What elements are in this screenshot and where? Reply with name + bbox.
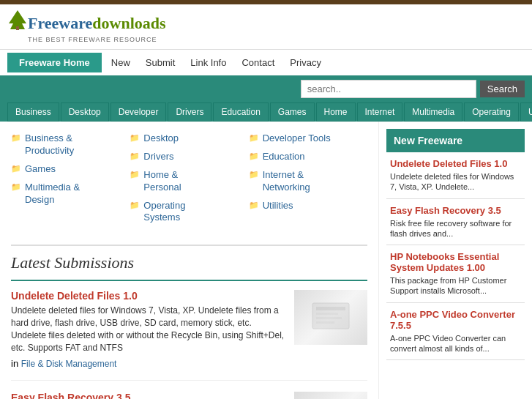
cat-link-operating-link[interactable]: OperatingSystems: [143, 200, 185, 225]
sidebar-item-4: A-one PPC Video Converter 7.5.5 A-one PP…: [386, 303, 525, 361]
search-input[interactable]: [301, 80, 476, 98]
cat-link-multimedia: 📁 Multimedia &Design: [11, 182, 130, 206]
cat-link-multimedia-link[interactable]: Multimedia &Design: [25, 182, 80, 206]
cat-link-games-link[interactable]: Games: [25, 163, 56, 176]
submission-1-text: Undelete Deleted Files 1.0 Undelete dele…: [11, 290, 287, 368]
sidebar-item-3-desc: This package from HP Customer Support in…: [390, 275, 521, 297]
logo-area: Freewaredownloads THE BEST FREEWARE RESO…: [7, 10, 166, 43]
sidebar-item-1-title: Undelete Deleted Files 1.0: [390, 158, 521, 169]
folder-icon: 📁: [11, 182, 21, 192]
category-tabs: Business Desktop Developer Drivers Educa…: [0, 102, 532, 122]
submission-1-title: Undelete Deleted Files 1.0: [11, 290, 287, 302]
new-freeware-title: New Freeware: [386, 129, 525, 152]
sidebar-item-1-link[interactable]: Undelete Deleted Files 1.0: [390, 158, 521, 169]
nav-privacy-link[interactable]: Privacy: [284, 57, 327, 68]
submission-1-desc: Undelete deleted files for Windows 7, Vi…: [11, 305, 287, 354]
cat-link-drivers: 📁 Drivers: [130, 151, 248, 163]
submission-2-text: Easy Flash Recovery 3.5 Risk free file r…: [11, 392, 287, 399]
folder-icon: 📁: [249, 133, 259, 143]
folder-icon: 📁: [130, 170, 140, 179]
folder-icon: 📁: [249, 201, 259, 210]
category-links: 📁 Business &Productivity 📁 Games 📁 Multi…: [11, 129, 367, 246]
cat-tab-internet[interactable]: Internet: [357, 102, 403, 122]
search-button[interactable]: Search: [480, 81, 525, 97]
cat-tab-operating[interactable]: Operating: [464, 102, 519, 122]
nav-home-button[interactable]: Freeware Home: [7, 53, 102, 72]
logo-tree-icon: [7, 9, 28, 34]
cat-tab-education[interactable]: Education: [213, 102, 268, 122]
nav-submit-link[interactable]: Submit: [140, 57, 181, 68]
logo-subtitle: THE BEST FREEWARE RESOURCE: [28, 36, 166, 43]
submission-1-category-link[interactable]: File & Disk Management: [21, 359, 117, 369]
submission-1-category: in File & Disk Management: [11, 358, 287, 369]
nav-bar: Freeware Home New Submit Link Info Conta…: [0, 50, 532, 75]
cat-link-desktop: 📁 Desktop: [130, 133, 248, 145]
submission-1-link[interactable]: Undelete Deleted Files 1.0: [11, 290, 138, 302]
cat-tab-home[interactable]: Home: [316, 102, 356, 122]
cat-link-games: 📁 Games: [11, 163, 130, 176]
content-area: 📁 Business &Productivity 📁 Games 📁 Multi…: [0, 122, 378, 399]
svg-rect-1: [16, 26, 19, 30]
cat-link-home: 📁 Home &Personal: [130, 169, 248, 194]
folder-icon: 📁: [249, 152, 259, 161]
sidebar-item-3-title: HP Notebooks Essential System Updates 1.…: [390, 251, 521, 273]
submission-2-title: Easy Flash Recovery 3.5: [11, 392, 287, 399]
cat-tab-games[interactable]: Games: [270, 102, 315, 122]
sidebar: New Freeware Undelete Deleted Files 1.0 …: [378, 122, 532, 399]
sidebar-item-2-title: Easy Flash Recovery 3.5: [390, 205, 521, 216]
cat-link-utilities: 📁 Utilities: [249, 200, 367, 212]
sidebar-item-1-desc: Undelete deleted files for Windows 7, Vi…: [390, 171, 521, 193]
cat-tab-desktop[interactable]: Desktop: [61, 102, 109, 122]
cat-link-utilities-link[interactable]: Utilities: [263, 200, 293, 212]
sidebar-item-4-desc: A-one PPC Video Converter can convert al…: [390, 333, 521, 354]
folder-icon: 📁: [249, 170, 259, 179]
cat-col-3: 📁 Developer Tools 📁 Education 📁 Internet…: [249, 129, 367, 234]
cat-link-education-link[interactable]: Education: [263, 151, 305, 163]
cat-link-internet: 📁 Internet &Networking: [249, 169, 367, 194]
svg-rect-3: [316, 307, 345, 310]
latest-submissions-title: Latest Submissions: [11, 253, 367, 272]
cat-tab-developer[interactable]: Developer: [110, 102, 167, 122]
folder-icon: 📁: [130, 152, 140, 161]
logo-text: Freewaredownloads: [28, 14, 166, 33]
submission-2: Easy Flash Recovery 3.5 Risk free file r…: [11, 392, 367, 399]
main-content: 📁 Business &Productivity 📁 Games 📁 Multi…: [0, 122, 532, 399]
cat-col-1: 📁 Business &Productivity 📁 Games 📁 Multi…: [11, 129, 130, 234]
sidebar-item-3: HP Notebooks Essential System Updates 1.…: [386, 245, 525, 303]
cat-link-education: 📁 Education: [249, 151, 367, 163]
cat-link-operating: 📁 OperatingSystems: [130, 200, 248, 225]
nav-new-link[interactable]: New: [105, 57, 136, 68]
cat-link-desktop-link[interactable]: Desktop: [143, 133, 179, 145]
cat-link-home-link[interactable]: Home &Personal: [143, 169, 181, 194]
nav-contact-link[interactable]: Contact: [236, 57, 280, 68]
svg-rect-4: [316, 313, 338, 315]
folder-icon: 📁: [130, 133, 140, 143]
folder-icon: 📁: [11, 133, 21, 143]
submission-1: Undelete Deleted Files 1.0 Undelete dele…: [11, 290, 367, 380]
sidebar-item-4-title: A-one PPC Video Converter 7.5.5: [390, 309, 521, 331]
submission-1-thumbnail: [294, 290, 367, 345]
sidebar-item-2-link[interactable]: Easy Flash Recovery 3.5: [390, 205, 521, 216]
nav-linkinfo-link[interactable]: Link Info: [184, 57, 232, 68]
cat-tab-utilities[interactable]: Utilities: [520, 102, 532, 122]
cat-link-drivers-link[interactable]: Drivers: [143, 151, 173, 163]
header: Freewaredownloads THE BEST FREEWARE RESO…: [0, 4, 532, 50]
cat-link-business-link[interactable]: Business &Productivity: [25, 133, 74, 157]
cat-link-internet-link[interactable]: Internet &Networking: [263, 169, 310, 194]
cat-link-business: 📁 Business &Productivity: [11, 133, 130, 157]
cat-link-devtools-link[interactable]: Developer Tools: [263, 133, 331, 145]
cat-link-devtools: 📁 Developer Tools: [249, 133, 367, 145]
svg-rect-6: [316, 321, 334, 324]
folder-icon: 📁: [130, 201, 140, 210]
sidebar-item-4-link[interactable]: A-one PPC Video Converter 7.5.5: [390, 309, 521, 331]
cat-tab-business[interactable]: Business: [7, 102, 59, 122]
cat-col-2: 📁 Desktop 📁 Drivers 📁 Home &Personal 📁 O…: [130, 129, 248, 234]
submission-2-link[interactable]: Easy Flash Recovery 3.5: [11, 392, 130, 399]
cat-tab-multimedia[interactable]: Multimedia: [404, 102, 462, 122]
cat-tab-drivers[interactable]: Drivers: [168, 102, 211, 122]
svg-rect-5: [316, 317, 342, 319]
sidebar-item-2-desc: Risk free file recovery software for fla…: [390, 218, 521, 239]
sidebar-item-3-link[interactable]: HP Notebooks Essential System Updates 1.…: [390, 251, 521, 273]
sidebar-item-1: Undelete Deleted Files 1.0 Undelete dele…: [386, 152, 525, 199]
sidebar-item-2: Easy Flash Recovery 3.5 Risk free file r…: [386, 199, 525, 246]
